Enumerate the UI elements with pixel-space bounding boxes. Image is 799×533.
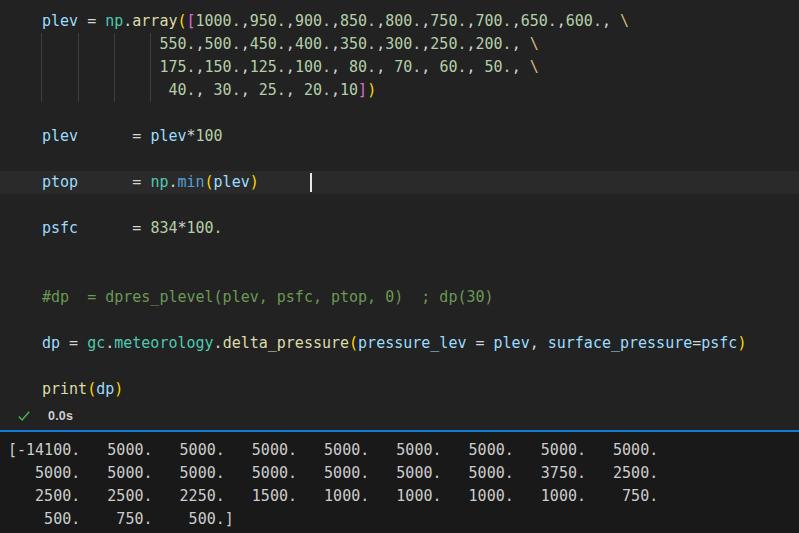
code-line[interactable]: [0, 194, 799, 217]
code-line[interactable]: [0, 355, 799, 378]
code-line[interactable]: 175.,150.,125.,100., 80., 70., 60., 50.,…: [0, 56, 799, 79]
code-line[interactable]: 550.,500.,450.,400.,350.,300.,250.,200.,…: [0, 33, 799, 56]
cell-output: [-14100. 5000. 5000. 5000. 5000. 5000. 5…: [0, 432, 799, 533]
output-line: 2500. 2500. 2250. 1500. 1000. 1000. 1000…: [8, 485, 799, 508]
cell-status-bar: 0.0s: [0, 401, 799, 430]
code-line[interactable]: plev = np.array([1000.,950.,900.,850.,80…: [0, 10, 799, 33]
output-line: 500. 750. 500.]: [8, 508, 799, 531]
code-line[interactable]: #dp = dpres_plevel(plev, psfc, ptop, 0) …: [0, 286, 799, 309]
output-line: 5000. 5000. 5000. 5000. 5000. 5000. 5000…: [8, 462, 799, 485]
execution-time: 0.0s: [48, 409, 73, 423]
code-line[interactable]: ptop = np.min(plev): [0, 171, 799, 194]
code-line[interactable]: dp = gc.meteorology.delta_pressure(press…: [0, 332, 799, 355]
output-line: [-14100. 5000. 5000. 5000. 5000. 5000. 5…: [8, 439, 799, 462]
code-line[interactable]: [0, 102, 799, 125]
code-line[interactable]: [0, 148, 799, 171]
code-line[interactable]: [0, 309, 799, 332]
code-line[interactable]: plev = plev*100: [0, 125, 799, 148]
code-line[interactable]: [0, 263, 799, 286]
code-line[interactable]: psfc = 834*100.: [0, 217, 799, 240]
code-line[interactable]: print(dp): [0, 378, 799, 401]
code-editor[interactable]: plev = np.array([1000.,950.,900.,850.,80…: [0, 0, 799, 401]
code-line[interactable]: [0, 240, 799, 263]
code-line[interactable]: 40., 30., 25., 20.,10]): [0, 79, 799, 102]
text-cursor: [310, 173, 312, 192]
success-check-icon: [16, 408, 32, 424]
